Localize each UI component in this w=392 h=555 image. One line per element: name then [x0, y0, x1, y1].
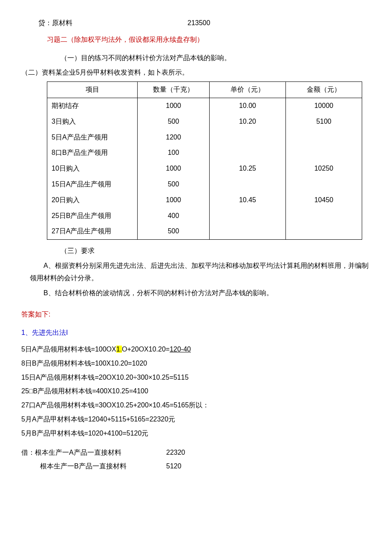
cell-qty: 100 — [138, 145, 210, 161]
cell-price — [209, 145, 285, 161]
cell-item: 8口B产品生产领用 — [47, 145, 138, 161]
cell-item: 10日购入 — [47, 161, 138, 177]
table-row: 15日A产品生产领用 500 — [47, 177, 362, 192]
cell-item: 20日购入 — [47, 192, 138, 208]
table-row: 8口B产品生产领用 100 — [47, 145, 362, 161]
calc-line-2: 8日B产品领用材料本钱=100X10.20=1020 — [21, 357, 371, 370]
highlight-text: 1. — [116, 346, 122, 353]
cell-item: 25日B产品生产领用 — [47, 208, 138, 224]
cell-item: 3日购入 — [47, 114, 138, 130]
underline-text: 120-40 — [170, 346, 191, 353]
table-row: 5日A产品生产领用 1200 — [47, 130, 362, 145]
cell-price: 10.00 — [209, 98, 285, 113]
journal-entry-row-2: 根本生产一B产品一直接材料 5120 — [21, 460, 371, 473]
calc-line-6: 5月A产品甲材料本钱=12040+5115+5165=22320元 — [21, 413, 371, 426]
cell-price: 10.25 — [209, 161, 285, 177]
je-amount: 5120 — [166, 460, 209, 473]
je-label: 借：根本生产一A产品一直接材料 — [21, 447, 166, 459]
calc-line-4: 25□B产品领用材料本钱=400X10.25=4100 — [21, 385, 371, 398]
cell-price: 10.45 — [209, 192, 285, 208]
cell-amount: 5100 — [285, 114, 362, 130]
purpose-text: （一）目的练习不同的材料计价方法对产品本钱的影响。 — [21, 52, 371, 64]
table-row: 3日购入 500 10.20 5100 — [47, 114, 362, 130]
cell-qty: 500 — [138, 177, 210, 192]
cell-amount — [285, 145, 362, 161]
method-1-heading: 1、先进先出法I — [21, 327, 371, 339]
calc-line-5: 27口A产品领用材料本钱=30OX10.25+200×10.45=5165所以： — [21, 399, 371, 412]
cell-item: 27日A产品生产领用 — [47, 224, 138, 239]
cell-item: 15日A产品生产领用 — [47, 177, 138, 192]
answer-heading: 答案如下: — [21, 308, 371, 321]
cell-amount — [285, 208, 362, 224]
cell-price — [209, 130, 285, 145]
cell-price — [209, 224, 285, 239]
cell-qty: 1200 — [138, 130, 210, 145]
cell-qty: 500 — [138, 114, 210, 130]
credit-label: 贷：原材料 — [38, 17, 187, 29]
table-row: 期初结存 1000 10.00 10000 — [47, 98, 362, 113]
je-amount: 22320 — [166, 447, 209, 459]
table-row: 27日A产品生产领用 500 — [47, 224, 362, 239]
col-qty: 数量（千克） — [138, 82, 210, 98]
requirement-a: A、根据资料分别采用先进先出法、后进先出法、加权平均法和移动加权平均法计算耗用的… — [21, 260, 371, 285]
exercise-2-title: 习题二（除加权平均法外，假设都采用永续盘存制） — [21, 34, 371, 46]
calc-line-7: 5月B产品甲材料本钱=1020+4100=5120元 — [21, 427, 371, 440]
cell-item: 5日A产品生产领用 — [47, 130, 138, 145]
je-label: 根本生产一B产品一直接材料 — [40, 460, 166, 473]
calc-text: O+20OX10.20= — [122, 346, 170, 353]
credit-amount: 213500 — [187, 17, 210, 29]
cell-amount — [285, 130, 362, 145]
table-row: 20日购入 1000 10.45 10450 — [47, 192, 362, 208]
requirement-heading: （三）要求 — [21, 245, 371, 257]
col-item: 项目 — [47, 82, 138, 98]
cell-price — [209, 208, 285, 224]
table-row: 25日B产品生产领用 400 — [47, 208, 362, 224]
cell-qty: 1000 — [138, 161, 210, 177]
journal-entry-row-1: 借：根本生产一A产品一直接材料 22320 — [21, 447, 371, 459]
cell-amount: 10250 — [285, 161, 362, 177]
cell-amount — [285, 224, 362, 239]
table-header-row: 项目 数量（千克） 单价（元） 金额（元） — [47, 82, 362, 98]
cell-amount — [285, 177, 362, 192]
cell-price: 10.20 — [209, 114, 285, 130]
credit-entry-row: 贷：原材料 213500 — [21, 17, 371, 29]
table-row: 10日购入 1000 10.25 10250 — [47, 161, 362, 177]
cell-price — [209, 177, 285, 192]
col-amount: 金额（元） — [285, 82, 362, 98]
cell-amount: 10450 — [285, 192, 362, 208]
cell-qty: 1000 — [138, 192, 210, 208]
cell-qty: 400 — [138, 208, 210, 224]
calc-text: 5日A产品领用材料本钱=100OX — [21, 346, 116, 353]
col-price: 单价（元） — [209, 82, 285, 98]
cell-amount: 10000 — [285, 98, 362, 113]
data-intro-text: （二）资料某企业5月份甲材料收发资料，如卜表所示。 — [21, 67, 371, 79]
calc-line-3: 15日A产品领用材料本钱=20OX10.20÷300×10.25=5115 — [21, 372, 371, 384]
cell-qty: 1000 — [138, 98, 210, 113]
requirement-b: B、结合材料价格的波动情况，分析不同的材料计价方法对产品本钱的影响。 — [21, 287, 371, 299]
material-table: 项目 数量（千克） 单价（元） 金额（元） 期初结存 1000 10.00 10… — [47, 81, 362, 240]
cell-qty: 500 — [138, 224, 210, 239]
calc-line-1: 5日A产品领用材料本钱=100OX1.O+20OX10.20=120-40 — [21, 343, 371, 356]
cell-item: 期初结存 — [47, 98, 138, 113]
